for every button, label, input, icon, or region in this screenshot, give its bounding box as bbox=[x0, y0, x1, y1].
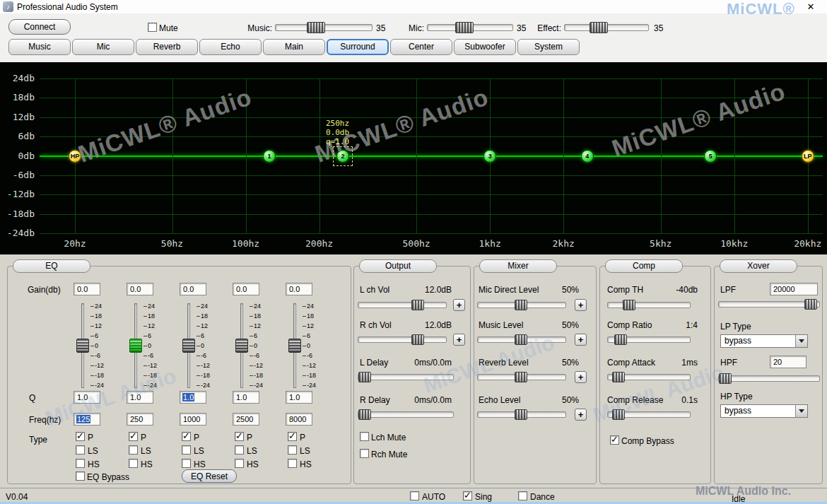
eq-gain-slider[interactable] bbox=[182, 303, 195, 388]
eq-reset-button[interactable]: EQ Reset bbox=[182, 469, 237, 483]
slider-thumb[interactable] bbox=[307, 22, 325, 33]
plus-button[interactable]: + bbox=[575, 299, 587, 311]
eq-type-hs-checkbox[interactable] bbox=[76, 459, 85, 468]
eq-type-hs-checkbox[interactable] bbox=[288, 459, 297, 468]
eq-point-2[interactable]: 2 bbox=[336, 150, 349, 163]
slider-thumb[interactable] bbox=[515, 300, 527, 310]
plus-button[interactable]: + bbox=[575, 409, 587, 421]
chevron-down-icon[interactable] bbox=[795, 335, 807, 347]
slider-thumb[interactable] bbox=[515, 334, 527, 345]
slider-thumb[interactable] bbox=[358, 372, 371, 382]
tab-echo[interactable]: Echo bbox=[199, 39, 262, 55]
tab-subwoofer[interactable]: Subwoofer bbox=[454, 39, 516, 55]
hpf-input[interactable]: 20 bbox=[770, 356, 807, 368]
eq-point-lp[interactable]: LP bbox=[802, 150, 814, 163]
level-slider[interactable] bbox=[477, 372, 566, 382]
eq-freq-value[interactable]: 125 bbox=[74, 413, 100, 426]
slider-thumb[interactable] bbox=[129, 339, 142, 353]
eq-point-hp[interactable]: HP bbox=[69, 150, 81, 163]
comp-bypass-checkbox[interactable] bbox=[610, 435, 619, 445]
eq-q-value[interactable]: 1.0 bbox=[180, 391, 206, 404]
eq-q-value[interactable]: 1.0 bbox=[286, 391, 312, 404]
plus-button[interactable]: + bbox=[575, 334, 587, 346]
lpf-slider[interactable] bbox=[718, 299, 820, 310]
eq-gain-value[interactable]: 0.0 bbox=[74, 283, 100, 295]
level-slider[interactable] bbox=[358, 300, 447, 310]
eq-q-value[interactable]: 1.0 bbox=[127, 391, 153, 404]
rch-mute-checkbox[interactable] bbox=[360, 449, 369, 458]
eq-bypass-checkbox[interactable] bbox=[76, 471, 85, 481]
eq-freq-value[interactable]: 8000 bbox=[286, 413, 312, 426]
close-icon[interactable]: ✕ bbox=[804, 1, 817, 13]
eq-point-1[interactable]: 1 bbox=[263, 150, 276, 163]
slider-thumb[interactable] bbox=[804, 299, 817, 310]
level-slider[interactable] bbox=[607, 372, 691, 382]
tab-music[interactable]: Music bbox=[8, 39, 71, 55]
level-slider[interactable] bbox=[358, 372, 454, 382]
eq-gain-slider[interactable] bbox=[288, 303, 301, 388]
tab-center[interactable]: Center bbox=[390, 39, 452, 55]
eq-q-value[interactable]: 1.0 bbox=[74, 391, 100, 404]
eq-type-ls-checkbox[interactable] bbox=[288, 445, 297, 455]
eq-type-ls-checkbox[interactable] bbox=[182, 445, 191, 455]
level-slider[interactable] bbox=[607, 300, 691, 310]
eq-gain-slider[interactable] bbox=[76, 303, 89, 388]
effect-level-slider[interactable] bbox=[564, 22, 649, 33]
slider-thumb[interactable] bbox=[612, 409, 625, 420]
slider-thumb[interactable] bbox=[76, 339, 89, 353]
mic-level-slider[interactable] bbox=[427, 22, 513, 33]
sing-checkbox[interactable] bbox=[463, 491, 472, 500]
eq-q-value[interactable]: 1.0 bbox=[233, 391, 259, 404]
slider-thumb[interactable] bbox=[182, 339, 195, 353]
eq-point-3[interactable]: 3 bbox=[483, 150, 496, 163]
eq-point-4[interactable]: 4 bbox=[581, 150, 594, 163]
slider-thumb[interactable] bbox=[590, 22, 608, 33]
auto-checkbox[interactable] bbox=[410, 491, 419, 500]
eq-freq-value[interactable]: 250 bbox=[127, 413, 153, 426]
eq-gain-slider[interactable] bbox=[129, 303, 142, 388]
eq-type-p-checkbox[interactable] bbox=[235, 432, 244, 441]
slider-thumb[interactable] bbox=[411, 334, 424, 345]
level-slider[interactable] bbox=[477, 409, 566, 420]
eq-gain-value[interactable]: 0.0 bbox=[233, 283, 259, 295]
level-slider[interactable] bbox=[358, 334, 447, 345]
eq-gain-value[interactable]: 0.0 bbox=[286, 283, 312, 295]
chevron-down-icon[interactable] bbox=[795, 405, 807, 417]
slider-thumb[interactable] bbox=[411, 300, 424, 310]
eq-point-5[interactable]: 5 bbox=[704, 150, 717, 163]
slider-thumb[interactable] bbox=[612, 372, 625, 382]
level-slider[interactable] bbox=[358, 409, 454, 420]
lp-type-select[interactable]: bypass bbox=[720, 334, 808, 348]
eq-type-hs-checkbox[interactable] bbox=[235, 459, 244, 468]
slider-thumb[interactable] bbox=[623, 300, 635, 310]
eq-type-ls-checkbox[interactable] bbox=[76, 445, 85, 455]
tab-system[interactable]: System bbox=[517, 39, 580, 55]
slider-thumb[interactable] bbox=[358, 409, 371, 420]
slider-thumb[interactable] bbox=[235, 339, 248, 353]
slider-thumb[interactable] bbox=[614, 334, 627, 345]
eq-gain-value[interactable]: 0.0 bbox=[127, 283, 153, 295]
plus-button[interactable]: + bbox=[575, 371, 587, 383]
plus-button[interactable]: + bbox=[453, 299, 465, 311]
dance-checkbox[interactable] bbox=[518, 491, 527, 500]
tab-reverb[interactable]: Reverb bbox=[136, 39, 198, 55]
hp-type-select[interactable]: bypass bbox=[720, 404, 808, 418]
eq-gain-slider[interactable] bbox=[235, 303, 248, 388]
eq-type-hs-checkbox[interactable] bbox=[182, 459, 191, 468]
level-slider[interactable] bbox=[607, 334, 691, 345]
slider-thumb[interactable] bbox=[515, 372, 527, 382]
tab-mic[interactable]: Mic bbox=[72, 39, 134, 55]
lch-mute-checkbox[interactable] bbox=[360, 432, 369, 441]
hpf-slider[interactable] bbox=[718, 373, 820, 384]
eq-type-p-checkbox[interactable] bbox=[129, 432, 138, 441]
eq-type-p-checkbox[interactable] bbox=[76, 432, 85, 441]
eq-type-p-checkbox[interactable] bbox=[182, 432, 191, 441]
eq-type-ls-checkbox[interactable] bbox=[235, 445, 244, 455]
level-slider[interactable] bbox=[477, 334, 566, 345]
lpf-input[interactable]: 20000 bbox=[770, 283, 818, 295]
slider-thumb[interactable] bbox=[455, 22, 474, 33]
tab-surround[interactable]: Surround bbox=[327, 39, 389, 55]
level-slider[interactable] bbox=[607, 409, 691, 420]
tab-main[interactable]: Main bbox=[263, 39, 325, 55]
eq-graph[interactable]: 24db18db12db6db0db-6db-12db-18db-24db20h… bbox=[0, 62, 827, 254]
